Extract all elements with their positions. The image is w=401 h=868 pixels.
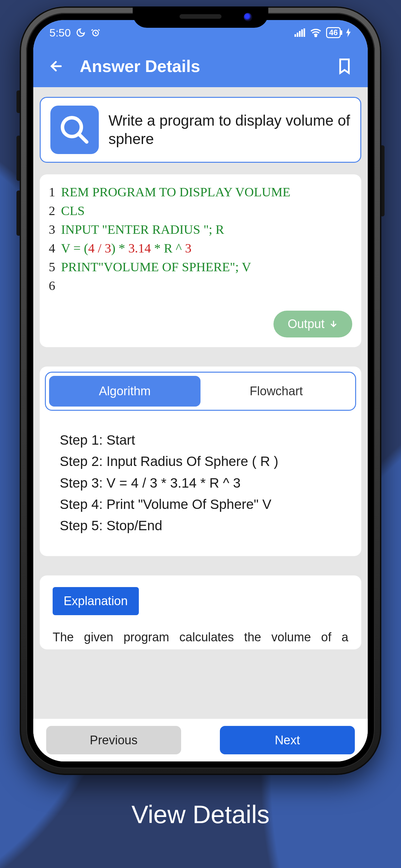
content-area: Write a program to display volume of sph… [33, 87, 368, 719]
code-line: 5 PRINT"VOLUME OF SPHERE"; V [49, 258, 352, 276]
speaker-icon [180, 14, 221, 19]
search-icon [58, 114, 91, 146]
previous-button[interactable]: Previous [46, 726, 181, 754]
line-number: 4 [49, 239, 61, 258]
output-button[interactable]: Output [274, 311, 352, 337]
svg-rect-1 [295, 34, 296, 37]
battery-level: 46 [329, 28, 338, 37]
charging-icon [345, 28, 351, 37]
phone-screen: 5:50 46 [33, 20, 368, 762]
question-text: Write a program to display volume of sph… [109, 112, 351, 149]
phone-notch [133, 6, 268, 28]
signal-icon [295, 28, 305, 37]
algorithm-steps: Step 1: Start Step 2: Input Radius Of Sp… [45, 411, 356, 537]
explanation-card: Explanation The given program calculates… [40, 576, 361, 649]
back-button[interactable] [46, 56, 67, 76]
step: Step 1: Start [60, 430, 341, 451]
tab-flowchart[interactable]: Flowchart [201, 376, 352, 407]
code-card: 1 REM PROGRAM TO DISPLAY VOLUME 2 CLS 3 … [40, 175, 361, 347]
code-rem: REM PROGRAM TO DISPLAY VOLUME [61, 183, 352, 202]
explanation-chip: Explanation [53, 587, 139, 615]
code-line: 3 INPUT "ENTER RADIUS "; R [49, 220, 352, 239]
svg-rect-5 [304, 28, 305, 37]
next-button[interactable]: Next [220, 726, 355, 754]
footer-nav: Previous Next [33, 719, 368, 762]
code-cls: CLS [61, 202, 352, 220]
question-card: Write a program to display volume of sph… [40, 97, 361, 163]
page-caption: View Details [0, 800, 401, 829]
svg-rect-2 [297, 33, 298, 37]
segmented-control: Algorithm Flowchart [45, 372, 356, 411]
step: Step 3: V = 4 / 3 * 3.14 * R ^ 3 [60, 472, 341, 494]
svg-point-6 [315, 35, 317, 37]
bookmark-button[interactable] [334, 56, 355, 76]
code-line: 6 [49, 276, 352, 295]
step: Step 4: Print "Volume Of Sphere" V [60, 494, 341, 515]
line-number: 2 [49, 202, 61, 220]
code-line: 4 V = (4 / 3) * 3.14 * R ^ 3 [49, 239, 352, 258]
app-store-card: 5:50 46 [0, 0, 401, 868]
wifi-icon [310, 28, 321, 37]
tab-algorithm[interactable]: Algorithm [49, 376, 201, 407]
svg-rect-3 [299, 31, 301, 37]
step: Step 2: Input Radius Of Sphere ( R ) [60, 451, 341, 472]
camera-icon [244, 13, 252, 21]
battery-indicator: 46 [326, 27, 341, 38]
status-time: 5:50 [50, 27, 71, 39]
app-header: Answer Details [33, 45, 368, 87]
phone-mockup: 5:50 46 [20, 6, 381, 775]
line-number: 3 [49, 220, 61, 239]
code-line: 2 CLS [49, 202, 352, 220]
page-title: Answer Details [80, 57, 321, 76]
step: Step 5: Stop/End [60, 515, 341, 536]
line-number: 5 [49, 258, 61, 276]
line-number: 6 [49, 276, 61, 295]
question-badge [50, 105, 99, 154]
alarm-icon [91, 28, 100, 37]
explanation-text: The given program calculates the volume … [53, 628, 348, 646]
moon-icon [76, 28, 86, 37]
code-line: 1 REM PROGRAM TO DISPLAY VOLUME [49, 183, 352, 202]
arrow-down-icon [329, 320, 338, 329]
algorithm-card: Algorithm Flowchart Step 1: Start Step 2… [40, 367, 361, 556]
output-label: Output [288, 317, 325, 331]
svg-rect-4 [301, 29, 303, 37]
line-number: 1 [49, 183, 61, 202]
